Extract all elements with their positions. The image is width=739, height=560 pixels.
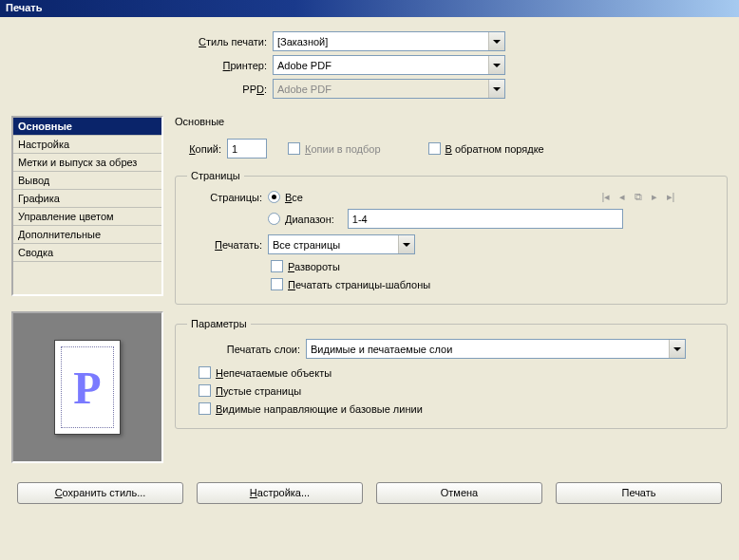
pages-legend: Страницы: [187, 170, 244, 181]
preview-letter: P: [73, 362, 101, 414]
collate-checkbox: [288, 142, 300, 155]
spreads-checkbox[interactable]: [271, 260, 283, 272]
sidebar-item-marks[interactable]: Метки и выпуск за обрез: [13, 154, 161, 172]
master-label: Печатать страницы-шаблоны: [288, 279, 430, 290]
last-page-icon: ▸|: [664, 191, 677, 203]
window-titlebar: Печать: [0, 0, 739, 17]
sidebar-item-color[interactable]: Управление цветом: [13, 208, 161, 226]
collate-label: Копии в подбор: [305, 143, 381, 155]
sidebar-item-advanced[interactable]: Дополнительные: [13, 226, 161, 244]
chevron-down-icon[interactable]: [398, 235, 414, 253]
blank-label: Пустые страницы: [216, 385, 301, 397]
spreads-label: Развороты: [288, 261, 340, 272]
pages-label: Страницы:: [187, 192, 268, 203]
chevron-down-icon[interactable]: [669, 340, 685, 358]
print-what-label: Печатать:: [187, 239, 268, 251]
print-pages-dropdown[interactable]: Все страницы: [268, 234, 415, 254]
printer-dropdown[interactable]: Adobe PDF: [273, 55, 505, 75]
ppd-dropdown: Adobe PDF: [273, 79, 505, 99]
cancel-button[interactable]: Отмена: [376, 482, 542, 504]
category-sidebar: Основные Настройка Метки и выпуск за обр…: [11, 116, 163, 296]
guides-label: Видимые направляющие и базовые линии: [216, 403, 423, 415]
options-group: Параметры Печатать слои: Видимые и печат…: [175, 318, 728, 429]
layers-label: Печатать слои:: [187, 344, 306, 355]
copies-input[interactable]: [227, 139, 267, 159]
save-style-button[interactable]: Сохранить стиль...: [17, 482, 183, 504]
copies-label: Копий:: [175, 143, 227, 155]
sidebar-item-general[interactable]: Основные: [13, 118, 161, 136]
ppd-label: PPD:: [11, 84, 273, 95]
range-input[interactable]: [348, 209, 623, 229]
reverse-checkbox[interactable]: [428, 142, 441, 155]
guides-checkbox[interactable]: [199, 402, 211, 415]
reverse-label: В обратном порядке: [445, 143, 544, 155]
nonprint-label: Непечатаемые объекты: [216, 367, 332, 379]
print-style-dropdown[interactable]: [Заказной]: [273, 31, 505, 51]
print-button[interactable]: Печать: [556, 482, 722, 504]
all-radio[interactable]: [268, 191, 280, 203]
master-checkbox[interactable]: [271, 278, 283, 290]
sidebar-item-output[interactable]: Вывод: [13, 172, 161, 190]
page-nav-icons: |◂◂⧉▸▸|: [599, 191, 677, 203]
all-label: Все: [285, 192, 303, 203]
chevron-down-icon[interactable]: [488, 56, 504, 74]
nonprint-checkbox[interactable]: [199, 366, 211, 379]
printer-label: Принтер:: [11, 60, 273, 71]
print-preview: P: [11, 311, 163, 463]
chevron-down-icon: [488, 80, 504, 98]
print-style-label: ССтиль печати:тиль печати:: [11, 36, 273, 47]
options-legend: Параметры: [187, 318, 251, 329]
blank-checkbox[interactable]: [199, 384, 211, 397]
sidebar-item-setup[interactable]: Настройка: [13, 136, 161, 154]
chevron-down-icon[interactable]: [488, 32, 504, 50]
spread-icon: ⧉: [632, 191, 645, 203]
setup-button[interactable]: Настройка...: [197, 482, 363, 504]
range-label: Диапазон:: [285, 214, 334, 225]
range-radio[interactable]: [268, 213, 280, 225]
sidebar-item-summary[interactable]: Сводка: [13, 244, 161, 262]
layers-dropdown[interactable]: Видимые и печатаемые слои: [306, 339, 686, 359]
sidebar-item-graphics[interactable]: Графика: [13, 190, 161, 208]
prev-page-icon: ◂: [616, 191, 629, 203]
next-page-icon: ▸: [648, 191, 661, 203]
section-title: Основные: [175, 116, 728, 127]
pages-group: Страницы Страницы: Все |◂◂⧉▸▸| Диапазон:: [175, 170, 728, 305]
first-page-icon: |◂: [599, 191, 613, 203]
